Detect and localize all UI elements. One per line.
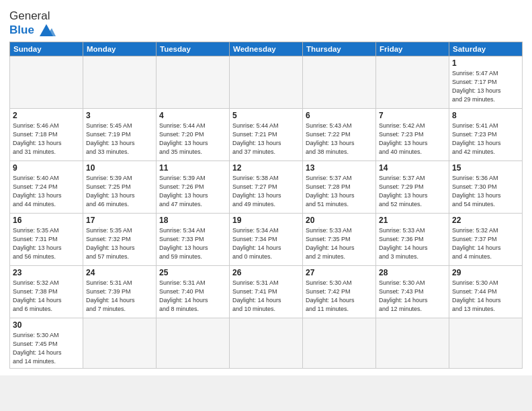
day-info: Sunrise: 5:36 AM Sunset: 7:30 PM Dayligh…	[452, 174, 519, 209]
calendar-cell: 30Sunrise: 5:30 AM Sunset: 7:45 PM Dayli…	[10, 318, 83, 368]
logo-icon	[37, 23, 56, 38]
calendar-cell: 18Sunrise: 5:34 AM Sunset: 7:33 PM Dayli…	[157, 213, 230, 265]
day-info: Sunrise: 5:38 AM Sunset: 7:27 PM Dayligh…	[232, 174, 300, 209]
day-number: 26	[232, 268, 300, 277]
calendar-cell: 6Sunrise: 5:43 AM Sunset: 7:22 PM Daylig…	[303, 108, 376, 161]
day-number: 2	[13, 111, 80, 120]
calendar-cell: 13Sunrise: 5:37 AM Sunset: 7:28 PM Dayli…	[303, 161, 376, 213]
calendar-cell: 3Sunrise: 5:45 AM Sunset: 7:19 PM Daylig…	[83, 108, 157, 161]
day-info: Sunrise: 5:31 AM Sunset: 7:41 PM Dayligh…	[232, 279, 300, 314]
day-number: 18	[159, 216, 226, 225]
day-number: 11	[159, 163, 226, 173]
calendar-cell	[157, 56, 230, 108]
calendar-cell: 19Sunrise: 5:34 AM Sunset: 7:34 PM Dayli…	[230, 213, 303, 265]
calendar-cell	[376, 56, 449, 108]
calendar-cell	[83, 56, 157, 108]
day-info: Sunrise: 5:30 AM Sunset: 7:44 PM Dayligh…	[452, 279, 519, 314]
calendar-cell	[449, 318, 523, 368]
calendar-cell: 17Sunrise: 5:35 AM Sunset: 7:32 PM Dayli…	[83, 213, 157, 265]
day-number: 28	[379, 268, 446, 277]
calendar-table: SundayMondayTuesdayWednesdayThursdayFrid…	[9, 42, 523, 369]
header: General Blue	[9, 7, 523, 38]
calendar-week-row: 23Sunrise: 5:32 AM Sunset: 7:38 PM Dayli…	[10, 265, 523, 318]
day-number: 27	[306, 268, 373, 277]
calendar-week-row: 30Sunrise: 5:30 AM Sunset: 7:45 PM Dayli…	[10, 318, 523, 368]
day-number: 9	[13, 163, 80, 173]
day-info: Sunrise: 5:32 AM Sunset: 7:37 PM Dayligh…	[452, 226, 519, 261]
calendar-cell	[303, 56, 376, 108]
calendar-cell: 12Sunrise: 5:38 AM Sunset: 7:27 PM Dayli…	[230, 161, 303, 213]
day-number: 15	[452, 163, 519, 173]
calendar-cell: 7Sunrise: 5:42 AM Sunset: 7:23 PM Daylig…	[376, 108, 449, 161]
page: General Blue SundayMondayTuesdayWednesda…	[0, 0, 532, 375]
calendar-header-wednesday: Wednesday	[230, 42, 303, 56]
calendar-cell	[303, 318, 376, 368]
calendar-cell: 5Sunrise: 5:44 AM Sunset: 7:21 PM Daylig…	[230, 108, 303, 161]
day-number: 25	[159, 268, 226, 277]
day-number: 4	[159, 111, 226, 120]
calendar-header-sunday: Sunday	[10, 42, 83, 56]
day-info: Sunrise: 5:31 AM Sunset: 7:39 PM Dayligh…	[86, 279, 153, 314]
day-info: Sunrise: 5:45 AM Sunset: 7:19 PM Dayligh…	[86, 122, 153, 156]
calendar-cell: 23Sunrise: 5:32 AM Sunset: 7:38 PM Dayli…	[10, 265, 83, 318]
day-info: Sunrise: 5:30 AM Sunset: 7:42 PM Dayligh…	[306, 279, 373, 314]
calendar-cell: 20Sunrise: 5:33 AM Sunset: 7:35 PM Dayli…	[303, 213, 376, 265]
calendar-header-row: SundayMondayTuesdayWednesdayThursdayFrid…	[10, 42, 523, 56]
day-number: 12	[232, 163, 300, 173]
day-number: 5	[232, 111, 300, 120]
day-number: 7	[379, 111, 446, 120]
day-number: 20	[306, 216, 373, 225]
day-info: Sunrise: 5:33 AM Sunset: 7:36 PM Dayligh…	[379, 226, 446, 261]
day-number: 24	[86, 268, 153, 277]
day-info: Sunrise: 5:39 AM Sunset: 7:25 PM Dayligh…	[86, 174, 153, 209]
day-info: Sunrise: 5:37 AM Sunset: 7:29 PM Dayligh…	[379, 174, 446, 209]
day-number: 19	[232, 216, 300, 225]
day-number: 8	[452, 111, 519, 120]
calendar-cell: 24Sunrise: 5:31 AM Sunset: 7:39 PM Dayli…	[83, 265, 157, 318]
day-info: Sunrise: 5:43 AM Sunset: 7:22 PM Dayligh…	[306, 122, 373, 156]
day-info: Sunrise: 5:30 AM Sunset: 7:43 PM Dayligh…	[379, 279, 446, 314]
day-number: 30	[13, 320, 80, 330]
day-info: Sunrise: 5:35 AM Sunset: 7:32 PM Dayligh…	[86, 226, 153, 261]
calendar-cell	[376, 318, 449, 368]
day-info: Sunrise: 5:44 AM Sunset: 7:20 PM Dayligh…	[159, 122, 226, 156]
calendar-header-tuesday: Tuesday	[157, 42, 230, 56]
calendar-cell: 22Sunrise: 5:32 AM Sunset: 7:37 PM Dayli…	[449, 213, 523, 265]
calendar-cell: 15Sunrise: 5:36 AM Sunset: 7:30 PM Dayli…	[449, 161, 523, 213]
day-info: Sunrise: 5:34 AM Sunset: 7:33 PM Dayligh…	[159, 226, 226, 261]
day-info: Sunrise: 5:40 AM Sunset: 7:24 PM Dayligh…	[13, 174, 80, 209]
calendar-cell: 9Sunrise: 5:40 AM Sunset: 7:24 PM Daylig…	[10, 161, 83, 213]
calendar-cell	[157, 318, 230, 368]
day-number: 22	[452, 216, 519, 225]
day-info: Sunrise: 5:30 AM Sunset: 7:45 PM Dayligh…	[13, 331, 80, 366]
calendar-cell: 4Sunrise: 5:44 AM Sunset: 7:20 PM Daylig…	[157, 108, 230, 161]
day-info: Sunrise: 5:31 AM Sunset: 7:40 PM Dayligh…	[159, 279, 226, 314]
calendar-header-monday: Monday	[83, 42, 157, 56]
calendar-week-row: 1Sunrise: 5:47 AM Sunset: 7:17 PM Daylig…	[10, 56, 523, 108]
calendar-cell: 16Sunrise: 5:35 AM Sunset: 7:31 PM Dayli…	[10, 213, 83, 265]
calendar-cell	[83, 318, 157, 368]
calendar-header-thursday: Thursday	[303, 42, 376, 56]
day-info: Sunrise: 5:47 AM Sunset: 7:17 PM Dayligh…	[452, 69, 519, 104]
day-number: 13	[306, 163, 373, 173]
calendar-header-friday: Friday	[376, 42, 449, 56]
calendar-week-row: 16Sunrise: 5:35 AM Sunset: 7:31 PM Dayli…	[10, 213, 523, 265]
day-info: Sunrise: 5:44 AM Sunset: 7:21 PM Dayligh…	[232, 122, 300, 156]
calendar-cell: 25Sunrise: 5:31 AM Sunset: 7:40 PM Dayli…	[157, 265, 230, 318]
calendar-cell: 2Sunrise: 5:46 AM Sunset: 7:18 PM Daylig…	[10, 108, 83, 161]
calendar-cell: 29Sunrise: 5:30 AM Sunset: 7:44 PM Dayli…	[449, 265, 523, 318]
calendar-header-saturday: Saturday	[449, 42, 523, 56]
day-info: Sunrise: 5:34 AM Sunset: 7:34 PM Dayligh…	[232, 226, 300, 261]
day-number: 21	[379, 216, 446, 225]
day-info: Sunrise: 5:32 AM Sunset: 7:38 PM Dayligh…	[13, 279, 80, 314]
calendar-cell: 26Sunrise: 5:31 AM Sunset: 7:41 PM Dayli…	[230, 265, 303, 318]
calendar-cell: 27Sunrise: 5:30 AM Sunset: 7:42 PM Dayli…	[303, 265, 376, 318]
day-number: 16	[13, 216, 80, 225]
day-number: 17	[86, 216, 153, 225]
calendar-cell: 8Sunrise: 5:41 AM Sunset: 7:23 PM Daylig…	[449, 108, 523, 161]
day-info: Sunrise: 5:33 AM Sunset: 7:35 PM Dayligh…	[306, 226, 373, 261]
calendar-cell: 21Sunrise: 5:33 AM Sunset: 7:36 PM Dayli…	[376, 213, 449, 265]
calendar-cell: 10Sunrise: 5:39 AM Sunset: 7:25 PM Dayli…	[83, 161, 157, 213]
day-info: Sunrise: 5:41 AM Sunset: 7:23 PM Dayligh…	[452, 122, 519, 156]
day-info: Sunrise: 5:37 AM Sunset: 7:28 PM Dayligh…	[306, 174, 373, 209]
